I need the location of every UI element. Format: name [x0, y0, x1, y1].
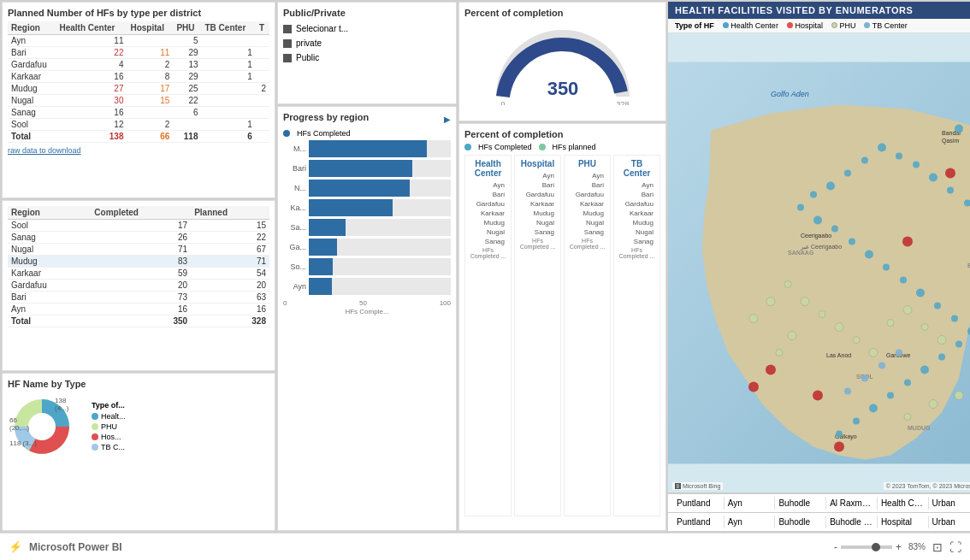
svg-text:SANAAG: SANAAG — [788, 250, 814, 256]
chart-bar-row: Nugal — [518, 219, 557, 227]
svg-point-36 — [844, 170, 851, 177]
bottom-col2: Ayn — [725, 516, 776, 528]
chart-bar-row: Ayn — [568, 172, 606, 180]
progress-bar-row: So... — [283, 258, 451, 275]
middle-column: Public/Private Selecionar t...privatePub… — [277, 2, 457, 531]
planned-table-row: Bari 22 11 29 1 — [8, 47, 269, 59]
svg-point-35 — [861, 157, 868, 164]
svg-text:MUDUG: MUDUG — [908, 425, 931, 431]
map-legend-tb: TB Center — [864, 21, 907, 30]
zoom-minus-btn[interactable]: - — [834, 541, 837, 553]
zoom-level: 83% — [908, 542, 926, 551]
svg-point-80 — [878, 363, 885, 369]
comp-region: Bari — [8, 292, 91, 304]
svg-point-82 — [844, 388, 851, 395]
raw-data-link[interactable]: raw data to download — [8, 146, 269, 155]
planned-dot — [539, 144, 546, 150]
comp-planned: 22 — [191, 232, 269, 244]
chart-bar-row: Sanag — [618, 238, 656, 245]
svg-text:Qasim: Qasim — [942, 138, 959, 144]
prog-region-label: Ayn — [283, 282, 309, 291]
pp-item[interactable]: private — [283, 36, 451, 50]
bottom-col3: Buhodle — [775, 516, 826, 528]
bottom-col1: Puntland — [673, 516, 725, 528]
completion-table-row: Bari 73 63 — [8, 292, 269, 304]
phu-chart-title: PHU — [568, 159, 606, 168]
planned-table-row: Sanag 16 6 — [8, 107, 269, 119]
progress-bar-row: N... — [283, 180, 451, 197]
chart-bar-row: Karkaar — [618, 209, 656, 217]
t-cell: 2 — [256, 83, 269, 95]
zoom-thumb[interactable] — [872, 543, 880, 551]
svg-point-45 — [900, 277, 907, 284]
chart-bar-row: Gardafuu — [469, 200, 507, 208]
comp-planned: 15 — [191, 220, 269, 232]
chart-region-label: Bari — [518, 181, 557, 189]
prog-track — [309, 180, 451, 197]
fit-page-icon[interactable]: ⊡ — [932, 540, 943, 554]
tb-cell: 1 — [202, 119, 256, 131]
region-cell: Bari — [8, 47, 56, 59]
tb-bars-container: Ayn Bari Gardafuu Karkaar Mu — [618, 181, 656, 245]
comp-planned: 16 — [191, 304, 269, 315]
hc-cell: 27 — [56, 83, 127, 95]
chart-region-label: Mudug — [568, 209, 606, 217]
chart-region-label: Sanag — [518, 228, 557, 236]
bottom-col6: Urban — [929, 516, 970, 528]
chart-bar-row: Gardafuu — [518, 191, 557, 198]
pp-label: private — [296, 38, 322, 48]
prog-region-label: Ka... — [283, 203, 309, 212]
prog-region-label: M... — [283, 144, 309, 153]
svg-point-76 — [766, 365, 776, 375]
public-private-panel: Public/Private Selecionar t...privatePub… — [277, 2, 457, 104]
planned-hf-title: Planned Number of HFs by type per distri… — [8, 8, 269, 18]
hc-chart-title: Health Center — [469, 159, 507, 178]
completion-table-row: Ayn 16 16 — [8, 304, 269, 315]
comp-completed: 350 — [91, 315, 191, 327]
pct-completion-title: Percent of completion — [464, 129, 660, 139]
zoom-slider[interactable] — [841, 545, 892, 549]
completion-col-completed: Completed — [91, 206, 191, 220]
chart-bar-row: Sanag — [568, 228, 606, 236]
planned-table-row: Nugal 30 15 22 — [8, 95, 269, 107]
pie-chart[interactable]: 66(20,...) 138(4...) 118 (3...) — [8, 392, 85, 461]
pp-checkbox[interactable] — [283, 39, 292, 48]
zoom-plus-btn[interactable]: + — [896, 541, 902, 553]
comp-region: Karkaar — [8, 268, 91, 280]
hc-cell: 4 — [56, 59, 127, 71]
chart-bar-row: Mudug — [618, 219, 656, 227]
prog-fill — [309, 278, 332, 295]
health-center-chart: Health Center Ayn Bari Gardafuu Karkaar — [464, 155, 512, 516]
pp-checkbox[interactable] — [283, 54, 292, 62]
comp-completed: 83 — [91, 256, 191, 268]
col-tb-center: TB Center — [202, 21, 256, 35]
progress-expand[interactable]: ▶ — [444, 115, 451, 124]
map-area[interactable]: Golfo Aden Bandar Qasim Ceerigaabo SANAA… — [668, 33, 970, 492]
prog-region-label: Sa... — [283, 223, 309, 232]
phu-axis-label: HFs Completed ... — [568, 238, 606, 250]
prog-region-label: Bari — [283, 164, 309, 173]
map-legend-phu: PHU — [831, 21, 856, 30]
phu-cell — [173, 119, 201, 131]
health-center-dot — [92, 413, 98, 420]
svg-point-71 — [929, 400, 937, 409]
chart-region-label: Bari — [618, 191, 656, 198]
hosp-cell: 8 — [127, 71, 173, 83]
col-health-center: Health Center — [56, 21, 127, 35]
pp-item[interactable]: Public — [283, 50, 451, 65]
completion-table-row: Sool 17 15 — [8, 220, 269, 232]
svg-point-62 — [819, 311, 825, 318]
fullscreen-icon[interactable]: ⛶ — [949, 540, 961, 554]
bottom-col1: Puntland — [673, 497, 725, 510]
chart-region-label: Ayn — [469, 181, 507, 189]
phu-dot — [92, 423, 98, 430]
hosp-cell: 66 — [127, 131, 173, 143]
completion-table-row: Gardafuu 20 20 — [8, 280, 269, 292]
comp-completed: 26 — [91, 232, 191, 244]
hospital-dot — [92, 433, 98, 440]
progress-bars-container: M... Bari N... Ka... Sa... Ga... So... — [283, 140, 451, 295]
pp-checkbox[interactable] — [283, 25, 292, 33]
svg-point-85 — [788, 332, 796, 340]
pp-item[interactable]: Selecionar t... — [283, 21, 451, 36]
pct-legend-row: HFs Completed HFs planned — [464, 143, 660, 151]
